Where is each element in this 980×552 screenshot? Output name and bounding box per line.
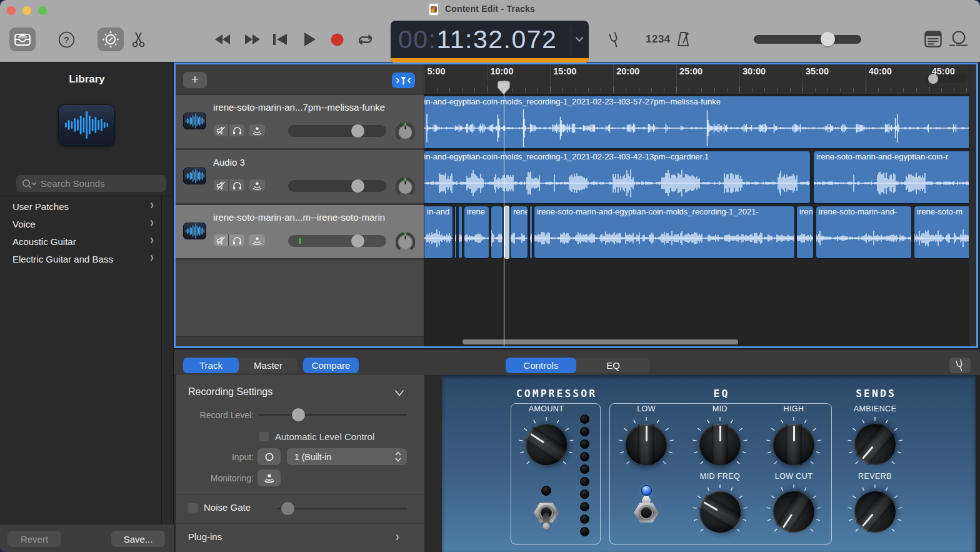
audio-region[interactable] (504, 206, 509, 259)
chevron-down-icon[interactable] (394, 388, 404, 396)
sends-ambience-knob[interactable]: AMBIENCE (848, 417, 902, 472)
eq-toggle[interactable] (634, 501, 659, 524)
search-input[interactable]: Search Sounds (16, 175, 166, 192)
audio-region[interactable]: iren (796, 206, 814, 259)
audio-region[interactable] (529, 206, 532, 259)
recording-settings-heading[interactable]: Recording Settings (188, 386, 272, 398)
tab-master[interactable]: Master (239, 358, 298, 373)
cycle-button[interactable] (357, 33, 374, 49)
note-display-button[interactable] (924, 31, 942, 50)
track-header[interactable]: irene-soto-marin-an...7pm--melissa-funke (176, 95, 424, 148)
audio-region[interactable] (458, 206, 462, 259)
compare-button[interactable]: Compare (303, 358, 359, 373)
mute-button[interactable] (214, 124, 229, 136)
mute-button[interactable] (214, 234, 229, 246)
automatic-level-checkbox[interactable] (259, 431, 269, 441)
audio-region[interactable]: rene (510, 206, 528, 259)
quick-help-button[interactable]: ? (58, 31, 75, 51)
record-level-slider[interactable] (258, 414, 407, 416)
track-volume-knob[interactable] (351, 234, 364, 248)
compressor-amount-knob[interactable]: AMOUNT (519, 417, 574, 472)
compressor-toggle[interactable] (534, 501, 559, 524)
noise-gate-knob[interactable] (281, 502, 294, 515)
tuner-button[interactable] (949, 358, 971, 373)
audio-region[interactable]: irene-soto-marin-and-egyptian-coin-r (813, 151, 969, 204)
fast-forward-button[interactable] (244, 34, 260, 48)
eq-low-knob[interactable]: LOW (619, 417, 674, 472)
track-volume-knob[interactable] (351, 124, 364, 138)
chevron-right-icon[interactable]: › (396, 530, 399, 546)
record-level-knob[interactable] (292, 408, 305, 421)
tab-controls[interactable]: Controls (506, 358, 576, 373)
zoom-slider-knob[interactable] (928, 74, 938, 84)
monitoring-button[interactable] (258, 469, 281, 486)
noise-gate-slider[interactable] (277, 508, 407, 509)
track-volume-knob[interactable] (351, 179, 364, 193)
noise-gate-checkbox[interactable] (188, 502, 198, 513)
zoom-slider[interactable] (925, 74, 968, 83)
playhead[interactable] (504, 80, 505, 346)
sidebar-item-user-patches[interactable]: User Patches› (0, 198, 161, 215)
track-filter-button[interactable] (392, 73, 415, 88)
headphones-button[interactable] (229, 179, 244, 191)
audio-region[interactable]: in-and (424, 206, 453, 259)
add-track-button[interactable]: + (183, 72, 207, 88)
track-volume-slider[interactable] (288, 180, 386, 192)
library-toggle-button[interactable] (9, 28, 36, 51)
pan-knob[interactable] (396, 233, 415, 254)
eq-lowcut-knob[interactable]: LOW CUT (766, 484, 821, 539)
lcd-chevron-down-icon[interactable] (574, 34, 584, 44)
quick-help-loop-icon[interactable] (949, 30, 968, 51)
input-select[interactable]: 1 (Built-in (287, 448, 407, 465)
sends-reverb-knob[interactable]: REVERB (848, 484, 902, 539)
master-volume-knob[interactable] (821, 32, 835, 46)
mute-button[interactable] (214, 179, 229, 191)
input-monitoring-button[interactable] (249, 179, 265, 191)
master-volume-slider[interactable] (754, 35, 861, 44)
audio-region[interactable]: rin-and-egyptian-coin-molds_recording-1_… (424, 151, 811, 204)
tab-eq[interactable]: EQ (576, 358, 650, 373)
input-mono-button[interactable] (258, 448, 281, 465)
track-waveform-badge (183, 168, 206, 184)
tuner-icon[interactable] (606, 31, 623, 51)
track-volume-slider[interactable] (288, 235, 386, 247)
rewind-button[interactable] (215, 34, 231, 48)
eq-high-knob[interactable]: HIGH (766, 417, 821, 472)
smart-controls-button[interactable] (98, 28, 124, 51)
audio-region[interactable]: irene-soto-marin-and- (816, 206, 912, 259)
region-row: rin-and-egyptian-coin-molds_recording-1_… (424, 150, 969, 205)
pan-knob[interactable] (396, 123, 415, 144)
audio-region[interactable] (491, 206, 503, 259)
track-volume-slider[interactable] (288, 125, 386, 137)
count-in-button[interactable]: 1234 (646, 33, 671, 46)
ruler-tick (752, 88, 752, 92)
track-header[interactable]: irene-soto-marin-an...m--irene-soto-mari… (176, 205, 424, 258)
headphones-button[interactable] (229, 124, 244, 136)
audio-region[interactable]: irene (464, 206, 489, 259)
headphones-button[interactable] (229, 234, 244, 246)
input-monitoring-button[interactable] (249, 124, 265, 136)
sidebar-item-voice[interactable]: Voice› (0, 215, 161, 233)
audio-region[interactable]: irene-soto-m (914, 206, 969, 259)
play-button[interactable] (304, 33, 316, 49)
metronome-icon[interactable] (674, 31, 692, 51)
vertical-scrollbar-gutter[interactable] (969, 64, 976, 346)
save-button[interactable]: Save... (111, 531, 165, 547)
sidebar-item-acoustic-guitar[interactable]: Acoustic Guitar› (0, 233, 161, 250)
audio-region[interactable]: irene-soto-marin-and-egyptian-coin-molds… (534, 206, 795, 259)
eq-mid-knob[interactable]: MID (692, 417, 748, 472)
tab-track[interactable]: Track (183, 358, 239, 373)
audio-region[interactable] (454, 206, 457, 259)
sidebar-item-electric-guitar-and-bass[interactable]: Electric Guitar and Bass› (0, 250, 161, 268)
revert-button[interactable]: Revert (8, 531, 61, 547)
pan-knob[interactable] (396, 178, 415, 199)
go-to-beginning-button[interactable] (273, 34, 287, 48)
audio-region[interactable]: rin-and-egyptian-coin-molds_recording-1_… (424, 96, 969, 149)
scissors-icon[interactable] (130, 32, 148, 51)
playhead-handle[interactable] (498, 81, 510, 98)
input-monitoring-button[interactable] (249, 234, 265, 246)
record-button[interactable] (331, 33, 344, 49)
eq-midfreq-knob[interactable]: MID FREQ (692, 484, 748, 539)
lcd-display[interactable]: 00:11:32.072 (391, 21, 589, 63)
track-header[interactable]: Audio 3 (176, 150, 424, 203)
